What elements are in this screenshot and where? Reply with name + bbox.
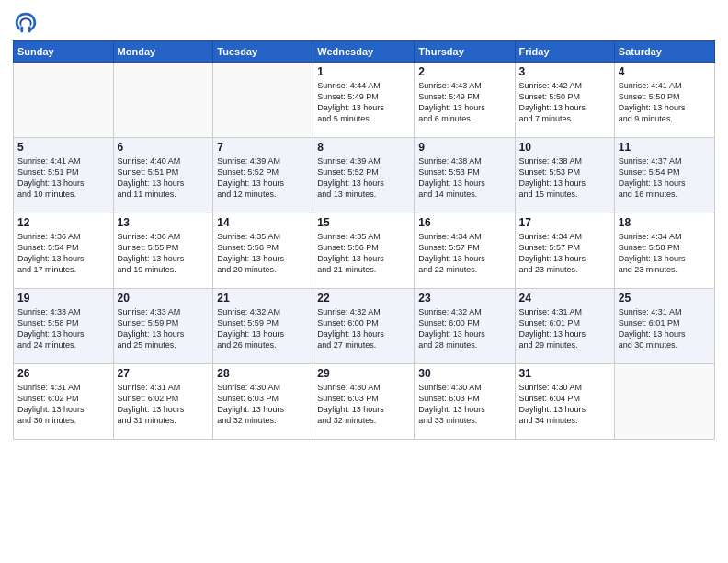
day-number: 14 bbox=[217, 216, 309, 229]
day-number: 21 bbox=[217, 292, 309, 304]
day-info: Sunrise: 4:35 AM Sunset: 5:56 PM Dayligh… bbox=[217, 231, 309, 276]
day-number: 17 bbox=[519, 216, 610, 229]
day-cell-21: 21Sunrise: 4:32 AM Sunset: 5:59 PM Dayli… bbox=[213, 289, 313, 364]
day-number: 29 bbox=[317, 367, 410, 380]
day-number: 19 bbox=[17, 292, 109, 304]
day-number: 18 bbox=[619, 216, 711, 229]
day-cell-11: 11Sunrise: 4:37 AM Sunset: 5:54 PM Dayli… bbox=[614, 138, 714, 213]
day-cell-19: 19Sunrise: 4:33 AM Sunset: 5:58 PM Dayli… bbox=[14, 289, 114, 364]
day-cell-9: 9Sunrise: 4:38 AM Sunset: 5:53 PM Daylig… bbox=[415, 138, 515, 213]
day-number: 30 bbox=[418, 367, 510, 380]
week-row-1: 1Sunrise: 4:44 AM Sunset: 5:49 PM Daylig… bbox=[14, 63, 715, 138]
page: SundayMondayTuesdayWednesdayThursdayFrid… bbox=[0, 0, 728, 563]
day-cell-2: 2Sunrise: 4:43 AM Sunset: 5:49 PM Daylig… bbox=[415, 63, 515, 138]
day-info: Sunrise: 4:38 AM Sunset: 5:53 PM Dayligh… bbox=[418, 155, 510, 201]
day-cell-1: 1Sunrise: 4:44 AM Sunset: 5:49 PM Daylig… bbox=[313, 63, 415, 138]
day-number: 31 bbox=[519, 367, 610, 380]
day-info: Sunrise: 4:42 AM Sunset: 5:50 PM Dayligh… bbox=[519, 80, 610, 125]
day-number: 16 bbox=[418, 216, 510, 229]
header-row: SundayMondayTuesdayWednesdayThursdayFrid… bbox=[14, 41, 715, 63]
day-cell-29: 29Sunrise: 4:30 AM Sunset: 6:03 PM Dayli… bbox=[313, 364, 415, 440]
header-cell-sunday: Sunday bbox=[14, 41, 114, 63]
day-cell-8: 8Sunrise: 4:39 AM Sunset: 5:52 PM Daylig… bbox=[313, 138, 415, 213]
header-cell-friday: Friday bbox=[515, 41, 614, 63]
day-cell-16: 16Sunrise: 4:34 AM Sunset: 5:57 PM Dayli… bbox=[415, 213, 515, 289]
day-cell-6: 6Sunrise: 4:40 AM Sunset: 5:51 PM Daylig… bbox=[113, 138, 213, 213]
day-number: 24 bbox=[519, 292, 610, 304]
day-info: Sunrise: 4:36 AM Sunset: 5:55 PM Dayligh… bbox=[118, 231, 210, 276]
day-info: Sunrise: 4:41 AM Sunset: 5:51 PM Dayligh… bbox=[17, 155, 109, 201]
day-info: Sunrise: 4:31 AM Sunset: 6:01 PM Dayligh… bbox=[519, 306, 610, 351]
day-info: Sunrise: 4:31 AM Sunset: 6:02 PM Dayligh… bbox=[118, 382, 210, 427]
day-info: Sunrise: 4:30 AM Sunset: 6:03 PM Dayligh… bbox=[317, 382, 410, 427]
day-info: Sunrise: 4:30 AM Sunset: 6:04 PM Dayligh… bbox=[519, 382, 610, 427]
day-cell-26: 26Sunrise: 4:31 AM Sunset: 6:02 PM Dayli… bbox=[14, 364, 114, 440]
logo bbox=[13, 9, 42, 35]
day-number: 27 bbox=[118, 367, 210, 380]
day-cell-17: 17Sunrise: 4:34 AM Sunset: 5:57 PM Dayli… bbox=[515, 213, 614, 289]
empty-cell bbox=[113, 63, 213, 138]
day-number: 25 bbox=[619, 292, 711, 304]
day-info: Sunrise: 4:31 AM Sunset: 6:01 PM Dayligh… bbox=[619, 306, 711, 351]
day-number: 12 bbox=[17, 216, 109, 229]
day-cell-31: 31Sunrise: 4:30 AM Sunset: 6:04 PM Dayli… bbox=[515, 364, 614, 440]
week-row-4: 19Sunrise: 4:33 AM Sunset: 5:58 PM Dayli… bbox=[14, 289, 715, 364]
logo-icon bbox=[13, 9, 39, 35]
day-cell-27: 27Sunrise: 4:31 AM Sunset: 6:02 PM Dayli… bbox=[113, 364, 213, 440]
day-number: 5 bbox=[17, 141, 109, 154]
day-info: Sunrise: 4:33 AM Sunset: 5:59 PM Dayligh… bbox=[118, 306, 210, 351]
day-number: 20 bbox=[118, 292, 210, 304]
day-info: Sunrise: 4:34 AM Sunset: 5:58 PM Dayligh… bbox=[619, 231, 711, 276]
day-number: 28 bbox=[217, 367, 309, 380]
header-cell-wednesday: Wednesday bbox=[313, 41, 415, 63]
header-cell-thursday: Thursday bbox=[415, 41, 515, 63]
day-info: Sunrise: 4:38 AM Sunset: 5:53 PM Dayligh… bbox=[519, 155, 610, 201]
day-info: Sunrise: 4:36 AM Sunset: 5:54 PM Dayligh… bbox=[17, 231, 109, 276]
day-info: Sunrise: 4:32 AM Sunset: 6:00 PM Dayligh… bbox=[418, 306, 510, 351]
day-info: Sunrise: 4:39 AM Sunset: 5:52 PM Dayligh… bbox=[217, 155, 309, 201]
day-number: 9 bbox=[418, 141, 510, 154]
day-info: Sunrise: 4:32 AM Sunset: 6:00 PM Dayligh… bbox=[317, 306, 410, 351]
week-row-2: 5Sunrise: 4:41 AM Sunset: 5:51 PM Daylig… bbox=[14, 138, 715, 213]
day-cell-13: 13Sunrise: 4:36 AM Sunset: 5:55 PM Dayli… bbox=[113, 213, 213, 289]
day-cell-24: 24Sunrise: 4:31 AM Sunset: 6:01 PM Dayli… bbox=[515, 289, 614, 364]
day-cell-10: 10Sunrise: 4:38 AM Sunset: 5:53 PM Dayli… bbox=[515, 138, 614, 213]
day-cell-15: 15Sunrise: 4:35 AM Sunset: 5:56 PM Dayli… bbox=[313, 213, 415, 289]
svg-rect-1 bbox=[28, 27, 31, 33]
day-cell-18: 18Sunrise: 4:34 AM Sunset: 5:58 PM Dayli… bbox=[614, 213, 714, 289]
day-number: 11 bbox=[619, 141, 711, 154]
day-info: Sunrise: 4:32 AM Sunset: 5:59 PM Dayligh… bbox=[217, 306, 309, 351]
day-info: Sunrise: 4:37 AM Sunset: 5:54 PM Dayligh… bbox=[619, 155, 711, 201]
week-row-3: 12Sunrise: 4:36 AM Sunset: 5:54 PM Dayli… bbox=[14, 213, 715, 289]
day-number: 23 bbox=[418, 292, 510, 304]
empty-cell bbox=[213, 63, 313, 138]
day-number: 8 bbox=[317, 141, 410, 154]
week-row-5: 26Sunrise: 4:31 AM Sunset: 6:02 PM Dayli… bbox=[14, 364, 715, 440]
day-info: Sunrise: 4:43 AM Sunset: 5:49 PM Dayligh… bbox=[418, 80, 510, 125]
day-info: Sunrise: 4:33 AM Sunset: 5:58 PM Dayligh… bbox=[17, 306, 109, 351]
day-cell-5: 5Sunrise: 4:41 AM Sunset: 5:51 PM Daylig… bbox=[14, 138, 114, 213]
day-info: Sunrise: 4:44 AM Sunset: 5:49 PM Dayligh… bbox=[317, 80, 410, 125]
day-info: Sunrise: 4:30 AM Sunset: 6:03 PM Dayligh… bbox=[418, 382, 510, 427]
day-cell-3: 3Sunrise: 4:42 AM Sunset: 5:50 PM Daylig… bbox=[515, 63, 614, 138]
day-info: Sunrise: 4:41 AM Sunset: 5:50 PM Dayligh… bbox=[619, 80, 711, 125]
header-cell-tuesday: Tuesday bbox=[213, 41, 313, 63]
day-number: 2 bbox=[418, 65, 510, 78]
day-cell-12: 12Sunrise: 4:36 AM Sunset: 5:54 PM Dayli… bbox=[14, 213, 114, 289]
day-info: Sunrise: 4:39 AM Sunset: 5:52 PM Dayligh… bbox=[317, 155, 410, 201]
day-number: 10 bbox=[519, 141, 610, 154]
day-number: 26 bbox=[17, 367, 109, 380]
day-number: 4 bbox=[619, 65, 711, 78]
day-cell-25: 25Sunrise: 4:31 AM Sunset: 6:01 PM Dayli… bbox=[614, 289, 714, 364]
day-cell-28: 28Sunrise: 4:30 AM Sunset: 6:03 PM Dayli… bbox=[213, 364, 313, 440]
day-info: Sunrise: 4:40 AM Sunset: 5:51 PM Dayligh… bbox=[118, 155, 210, 201]
day-info: Sunrise: 4:31 AM Sunset: 6:02 PM Dayligh… bbox=[17, 382, 109, 427]
day-info: Sunrise: 4:35 AM Sunset: 5:56 PM Dayligh… bbox=[317, 231, 410, 276]
day-info: Sunrise: 4:34 AM Sunset: 5:57 PM Dayligh… bbox=[519, 231, 610, 276]
day-cell-22: 22Sunrise: 4:32 AM Sunset: 6:00 PM Dayli… bbox=[313, 289, 415, 364]
empty-cell bbox=[14, 63, 114, 138]
day-cell-14: 14Sunrise: 4:35 AM Sunset: 5:56 PM Dayli… bbox=[213, 213, 313, 289]
day-info: Sunrise: 4:30 AM Sunset: 6:03 PM Dayligh… bbox=[217, 382, 309, 427]
svg-rect-0 bbox=[20, 27, 23, 33]
day-number: 22 bbox=[317, 292, 410, 304]
